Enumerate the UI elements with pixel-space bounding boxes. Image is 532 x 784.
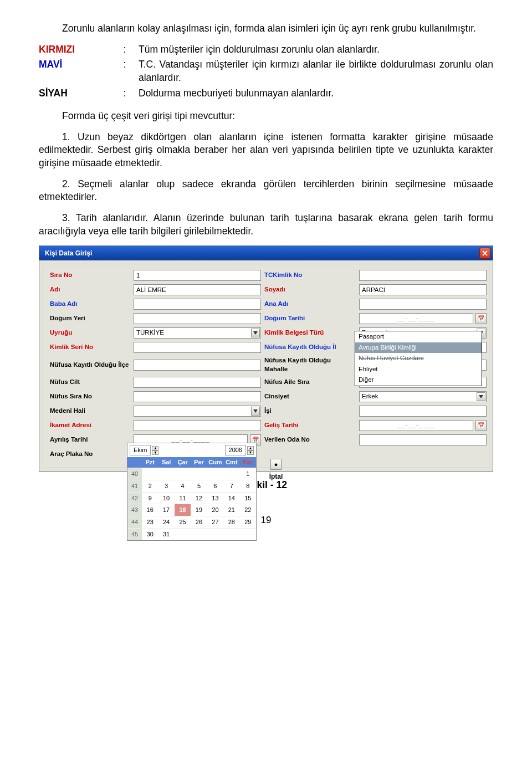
calendar-day-cell[interactable]: 5: [191, 480, 207, 492]
label-ikamet: İkamet Adresi: [50, 421, 130, 430]
input-ikamet[interactable]: [134, 420, 261, 431]
calendar-day-cell[interactable]: 18: [175, 504, 191, 516]
label-nufus-sira: Nüfus Sıra No: [50, 392, 130, 401]
input-nufus-ilce[interactable]: [134, 360, 261, 371]
calendar-day-cell: [207, 468, 223, 480]
calendar-day-cell[interactable]: 23: [142, 516, 158, 528]
calendar-day-cell[interactable]: 31: [158, 528, 174, 540]
calendar-day-cell[interactable]: 22: [240, 504, 256, 516]
calendar-day-cell[interactable]: 2: [142, 480, 158, 492]
label-adi: Adı: [50, 285, 130, 294]
input-oda[interactable]: [359, 434, 487, 445]
year-spinner[interactable]: ▲▼: [247, 446, 254, 455]
window-title: Kişi Data Girişi: [45, 249, 92, 258]
date-picker-popup[interactable]: Ekim ▲▼ 2006 ▲▼ PztSalÇarPerCumCmtPaz401…: [127, 443, 257, 541]
window-titlebar: Kişi Data Girişi: [39, 246, 493, 260]
calendar-day-cell[interactable]: 29: [240, 516, 256, 528]
calendar-day-cell[interactable]: 27: [207, 516, 223, 528]
calendar-day-header: Cum: [207, 457, 223, 468]
label-nufus-cilt: Nüfus Cilt: [50, 378, 130, 387]
label-nufus-il: Nüfusa Kayıtlı Olduğu İl: [264, 343, 356, 352]
calendar-day-cell[interactable]: 26: [191, 516, 207, 528]
calendar-day-cell[interactable]: 4: [175, 480, 191, 492]
input-gelis[interactable]: __-__-____: [359, 420, 473, 431]
calendar-day-cell[interactable]: 24: [158, 516, 174, 528]
calendar-day-cell[interactable]: 25: [175, 516, 191, 528]
input-nufus-cilt[interactable]: [134, 377, 261, 388]
calendar-day-cell: [142, 468, 158, 480]
calendar-day-header: Paz: [240, 457, 256, 468]
calendar-confirm-button[interactable]: ●: [270, 459, 282, 470]
calendar-day-cell[interactable]: 20: [207, 504, 223, 516]
dropdown-option[interactable]: Ehliyet: [355, 364, 482, 375]
calendar-day-cell[interactable]: 7: [223, 480, 239, 492]
input-kimlik-seri[interactable]: [134, 342, 261, 353]
calendar-day-cell[interactable]: 21: [223, 504, 239, 516]
dropdown-option-highlighted[interactable]: Avrupa Birliği Kimliği: [355, 342, 482, 353]
input-nufus-sira[interactable]: [134, 391, 261, 402]
calendar-day-cell[interactable]: 12: [191, 492, 207, 504]
dropdown-option[interactable]: Diğer: [355, 375, 482, 386]
input-tckimlik[interactable]: [359, 270, 487, 281]
label-cinsiyet: Cinsiyet: [264, 392, 356, 401]
legend-mavi-text: T.C. Vatandaşı müşteriler için kırmızı a…: [139, 58, 493, 84]
input-dogum-tarihi[interactable]: __-__-____: [359, 313, 473, 324]
input-ana-adi[interactable]: [359, 299, 487, 310]
label-baba-adi: Baba Adı: [50, 300, 130, 309]
page-number: 19: [39, 514, 493, 527]
calendar-day-cell[interactable]: 13: [207, 492, 223, 504]
label-oda: Verilen Oda No: [264, 435, 356, 444]
select-uyrugu[interactable]: TÜRKİYE: [134, 327, 261, 339]
calendar-day-cell[interactable]: 1: [240, 468, 256, 480]
legend-colon: :: [111, 87, 139, 100]
calendar-day-cell[interactable]: 10: [158, 492, 174, 504]
input-isi[interactable]: [359, 406, 487, 417]
calendar-day-cell: [175, 468, 191, 480]
label-uyrugu: Uyruğu: [50, 329, 130, 337]
types-intro: Formda üç çeşit veri girişi tipi mevcutt…: [39, 110, 493, 123]
calendar-month[interactable]: Ekim: [130, 445, 151, 455]
calendar-day-cell: [240, 528, 256, 540]
calendar-day-cell[interactable]: 30: [142, 528, 158, 540]
label-nufus-ilce: Nüfusa Kayıtlı Olduğu İlçe: [50, 361, 130, 370]
calendar-day-cell[interactable]: 6: [207, 480, 223, 492]
calendar-day-cell[interactable]: 3: [158, 480, 174, 492]
date-picker-button[interactable]: 📅: [475, 420, 487, 431]
calendar-day-cell[interactable]: 16: [142, 504, 158, 516]
calendar-year[interactable]: 2006: [225, 445, 246, 455]
input-baba-adi[interactable]: [134, 299, 261, 310]
intro-paragraph: Zorunlu alanların kolay anlaşılması için…: [39, 22, 493, 35]
legend-kirmizi-label: KIRMIZI: [39, 43, 111, 57]
date-picker-button[interactable]: 📅: [475, 313, 487, 324]
select-medeni[interactable]: [134, 406, 261, 417]
calendar-day-cell: [175, 528, 191, 540]
color-legend: KIRMIZI : Tüm müşteriler için doldurulma…: [39, 43, 493, 100]
calendar-day-cell[interactable]: 17: [158, 504, 174, 516]
calendar-day-cell[interactable]: 14: [223, 492, 239, 504]
calendar-day-cell[interactable]: 9: [142, 492, 158, 504]
input-dogum-yeri[interactable]: [134, 313, 261, 324]
label-nufus-mah: Nüfusa Kayıtlı Olduğu Mahalle: [264, 356, 356, 373]
dropdown-kimlik-turu-open[interactable]: Pasaport Avrupa Birliği Kimliği Nüfus Hü…: [355, 331, 482, 386]
chevron-down-icon: [251, 407, 260, 416]
calendar-day-cell[interactable]: 28: [223, 516, 239, 528]
input-adi[interactable]: [134, 284, 261, 295]
calendar-week-number: 45: [127, 528, 142, 540]
legend-mavi-label: MAVİ: [39, 58, 111, 71]
calendar-cancel-button[interactable]: İptal: [259, 472, 293, 481]
calendar-week-number: 44: [127, 516, 142, 528]
input-soyadi[interactable]: [359, 284, 487, 295]
select-cinsiyet[interactable]: Erkek: [359, 391, 487, 402]
dropdown-option[interactable]: Pasaport: [355, 331, 482, 342]
calendar-day-cell[interactable]: 19: [191, 504, 207, 516]
month-spinner[interactable]: ▲▼: [152, 446, 158, 455]
window-close-button[interactable]: [479, 248, 490, 259]
label-gelis: Geliş Tarihi: [264, 421, 356, 430]
calendar-day-cell[interactable]: 8: [240, 480, 256, 492]
dropdown-option[interactable]: Nüfus Hüviyet Cüzdanı: [355, 353, 482, 364]
calendar-day-header: Pzt: [142, 457, 158, 468]
calendar-week-number: 40: [127, 468, 142, 480]
calendar-day-cell[interactable]: 15: [240, 492, 256, 504]
input-sira-no[interactable]: [134, 270, 261, 281]
calendar-day-cell[interactable]: 11: [175, 492, 191, 504]
